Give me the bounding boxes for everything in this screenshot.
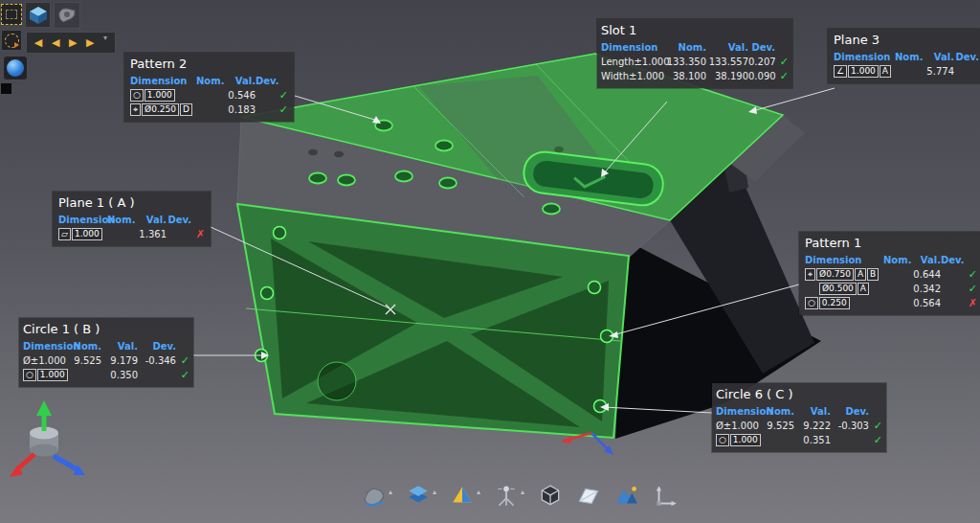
scanner-tool-button[interactable]: ▴: [494, 484, 524, 509]
panel-circle-cutout: [318, 362, 356, 400]
callout-circle-1[interactable]: Circle 1 ( B ) DimensionNom.Val.Dev. Ø±1…: [19, 318, 193, 387]
callout-title: Circle 1 ( B ): [23, 322, 189, 336]
deviation-value: -0.303: [831, 419, 869, 433]
status-pass-icon: ✓: [775, 69, 789, 83]
gdt-position-symbol: ⌖: [130, 103, 141, 116]
dropdown-caret[interactable]: ▴: [521, 489, 524, 496]
measurement-row: ○ 1.000 0.350 ✓: [23, 368, 189, 382]
prism-tool-icon: [450, 484, 475, 509]
axes-tool-icon: [653, 484, 678, 509]
deviation-value: 0.207: [748, 55, 775, 69]
terrain-tool-icon: [614, 484, 639, 509]
callout-slot-1[interactable]: Slot 1 DimensionNom.Val.Dev. Length±1.00…: [597, 19, 792, 88]
status-pass-icon: ✓: [869, 433, 882, 447]
measurement-row: Ø0.500 A 0.342 ✓: [805, 282, 977, 296]
status-pass-icon: ✓: [176, 368, 189, 382]
status-pass-icon: ✓: [964, 267, 977, 282]
gdt-tolerance: 1.000: [730, 434, 761, 446]
callout-header-row: DimensionNom.Val.Dev.: [601, 40, 789, 55]
select-circle-icon[interactable]: [1, 30, 22, 51]
gdt-tolerance: 1.000: [848, 65, 879, 78]
deviation-value: 0.090: [748, 69, 775, 83]
snapshot-glyph: [56, 4, 78, 27]
status-pass-icon: ✓: [964, 282, 977, 296]
callout-pattern-1[interactable]: Pattern 1 DimensionNom.Val.Dev. ⌖ Ø0.750…: [799, 232, 980, 315]
callout-header-row: DimensionNom.Val.Dev.: [130, 74, 288, 88]
callout-plane-3[interactable]: Plane 3 DimensionNom.Val.Dev. ∠ 1.000 A …: [828, 29, 980, 83]
status-pass-icon: ✓: [275, 102, 288, 117]
gdt-tolerance: 1.000: [72, 228, 102, 240]
callout-pattern-2[interactable]: Pattern 2 DimensionNom.Val.Dev. ○ 1.000 …: [124, 53, 294, 122]
gdt-position-symbol: ⌖: [805, 268, 815, 281]
dimension-label: Ø±1.000: [716, 419, 760, 433]
gdt-datum: A: [880, 65, 891, 78]
select-rectangle-icon[interactable]: [1, 4, 22, 25]
nav-dropdown-caret[interactable]: ▾: [103, 34, 107, 42]
cube-tool-button[interactable]: [538, 484, 563, 509]
bottom-toolbar: ▴ ▴ ▴ ▴: [362, 484, 678, 509]
cube-glyph: [28, 5, 49, 26]
measured-value: 0.564: [908, 296, 941, 310]
callout-header-row: DimensionNom.Val.Dev.: [58, 213, 205, 227]
measured-value: 0.342: [908, 282, 941, 296]
measurement-row: ⌖ Ø0.750 A B 0.644 ✓: [805, 267, 977, 282]
surface-tool-button[interactable]: ▴: [362, 484, 392, 509]
status-fail-icon: ✗: [964, 296, 977, 310]
world-axis-triad[interactable]: [10, 400, 85, 477]
measurement-row: Length±1.000 133.350 133.557 0.207 ✓: [601, 55, 789, 69]
gdt-datum: D: [180, 103, 192, 116]
layers-tool-icon: [406, 484, 431, 509]
axes-tool-button[interactable]: [653, 484, 678, 509]
dropdown-caret[interactable]: ▴: [389, 489, 392, 496]
cube-tool-icon: [538, 484, 563, 509]
plane-tool-button[interactable]: [576, 484, 601, 509]
measured-value: 133.557: [706, 55, 748, 69]
gdt-flatness-symbol: ▱: [58, 228, 71, 240]
gdt-tolerance: 0.250: [819, 297, 850, 309]
callout-title: Circle 6 ( C ): [716, 387, 882, 401]
nav-back-icon[interactable]: ◀: [52, 37, 59, 48]
nominal-value: 9.525: [760, 419, 794, 433]
measured-value: 0.546: [219, 88, 256, 102]
callout-header-row: DimensionNom.Val.Dev.: [716, 404, 882, 419]
layers-tool-button[interactable]: ▴: [406, 484, 436, 509]
snapshot-icon[interactable]: [54, 2, 80, 29]
prism-tool-button[interactable]: ▴: [450, 484, 480, 509]
black-swatch[interactable]: [0, 82, 12, 95]
callout-plane-1[interactable]: Plane 1 ( A ) DimensionNom.Val.Dev. ▱ 1.…: [53, 192, 211, 246]
deviation-value: -0.346: [138, 353, 176, 368]
gdt-tolerance: Ø0.500: [819, 283, 857, 295]
nominal-value: 9.525: [67, 353, 101, 368]
measured-value: 0.351: [794, 433, 831, 447]
gdt-circularity-symbol: ○: [805, 297, 818, 309]
measured-value: 0.644: [908, 267, 941, 282]
dropdown-caret[interactable]: ▴: [477, 489, 480, 496]
plane-tool-icon: [576, 484, 601, 509]
gdt-datum: A: [858, 283, 869, 295]
callout-title: Slot 1: [601, 23, 789, 37]
measurement-row: ○ 0.250 0.564 ✗: [805, 296, 977, 310]
measured-value: 5.774: [920, 64, 954, 79]
status-pass-icon: ✓: [775, 55, 789, 69]
gdt-datum: A: [855, 268, 866, 281]
callout-title: Pattern 2: [130, 57, 288, 71]
nav-prev-icon[interactable]: ◀: [34, 37, 42, 48]
nav-sphere-icon[interactable]: [3, 56, 28, 80]
measurement-row: ⌖ Ø0.250 D 0.183 ✓: [130, 102, 288, 117]
callout-header-row: DimensionNom.Val.Dev.: [23, 339, 189, 353]
callout-circle-6[interactable]: Circle 6 ( C ) DimensionNom.Val.Dev. Ø±1…: [712, 383, 886, 452]
nav-next-icon[interactable]: ▶: [86, 37, 94, 48]
terrain-tool-button[interactable]: [614, 484, 639, 509]
callout-title: Pattern 1: [805, 236, 977, 250]
gdt-angularity-symbol: ∠: [834, 65, 847, 78]
dropdown-caret[interactable]: ▴: [433, 489, 436, 496]
measurement-row: ∠ 1.000 A 5.774 ✓: [834, 64, 980, 79]
callout-header-row: DimensionNom.Val.Dev.: [805, 253, 977, 267]
gdt-circularity-symbol: ○: [23, 369, 36, 381]
measured-value: 0.183: [219, 102, 256, 117]
measurement-row: Width±1.000 38.100 38.190 0.090 ✓: [601, 69, 789, 83]
view-cube-icon[interactable]: [25, 2, 51, 28]
gdt-tolerance: Ø0.750: [816, 268, 854, 281]
status-pass-icon: ✓: [869, 419, 882, 433]
nav-forward-icon[interactable]: ▶: [69, 37, 77, 48]
